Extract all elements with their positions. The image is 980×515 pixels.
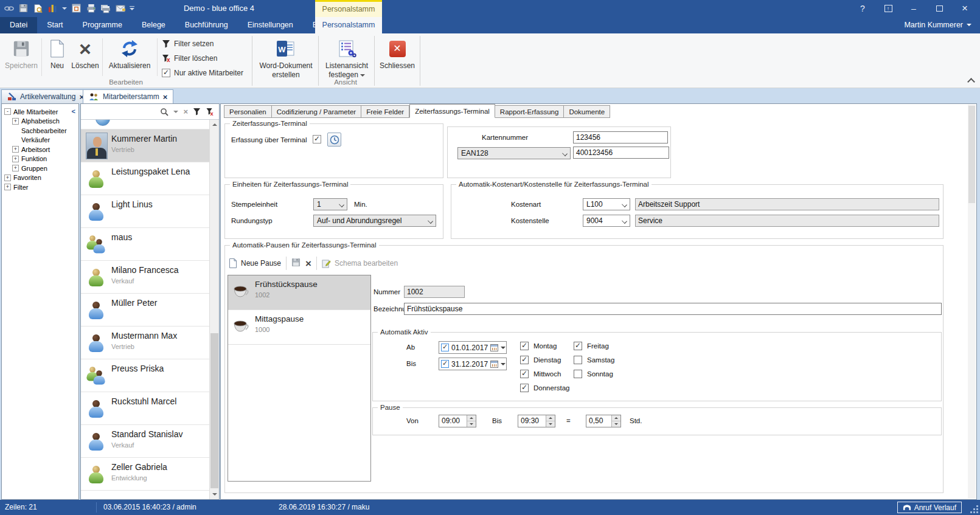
help-button[interactable]: ? xyxy=(850,0,875,17)
new-pause-button[interactable]: Neue Pause xyxy=(229,258,281,268)
delete-button[interactable]: × Löschen xyxy=(69,36,101,71)
tab-freie-felder[interactable]: Freie Felder xyxy=(361,105,409,118)
save-pause-button[interactable] xyxy=(291,258,301,269)
pause-list-item[interactable]: Mittagspause 1000 xyxy=(228,310,370,345)
call-history-button[interactable]: Anruf Verlauf xyxy=(897,502,962,513)
user-menu[interactable]: Martin Kummerer xyxy=(904,17,971,33)
cost-center-combo[interactable]: 9004 xyxy=(583,215,630,227)
ribbon-collapse-icon[interactable] xyxy=(968,78,974,83)
edit-schema-button[interactable]: Schema bearbeiten xyxy=(322,259,398,268)
new-button[interactable]: Neu xyxy=(45,36,69,71)
calendar-icon[interactable] xyxy=(71,3,82,13)
clipped-list-item[interactable] xyxy=(81,120,209,130)
chevron-down-icon[interactable] xyxy=(501,347,506,351)
menu-einstellungen[interactable]: Einstellungen xyxy=(238,17,303,33)
qat-customize-icon[interactable] xyxy=(130,6,134,11)
tree-item-alle-mitarbeiter[interactable]: - Alle Mitarbeiter < xyxy=(2,107,78,117)
refresh-button[interactable]: Aktualisieren xyxy=(105,36,155,71)
batch-print-icon[interactable] xyxy=(100,3,111,13)
list-view-button[interactable]: Listenansicht festlegen xyxy=(321,36,373,80)
tab-mitarbeiterstamm[interactable]: Mitarbeiterstamm × xyxy=(83,89,173,103)
pause-number-field[interactable]: 1002 xyxy=(404,286,465,298)
card-number-field[interactable]: 123456 xyxy=(573,131,668,143)
list-item-employee[interactable]: Light Linus xyxy=(81,195,209,228)
mail-icon[interactable] xyxy=(115,3,125,13)
menu-buchfuehrung[interactable]: Buchführung xyxy=(175,17,238,33)
close-tab-icon[interactable]: × xyxy=(163,92,168,102)
cost-center-desc-field[interactable]: Service xyxy=(635,215,939,227)
save-button[interactable]: Speichern xyxy=(4,36,39,71)
tab-zeiterfassungs-terminal[interactable]: Zeiterfassungs-Terminal xyxy=(409,104,495,118)
list-item-employee[interactable]: Standard Stanislav Verkauf xyxy=(81,425,209,458)
collapse-panel-icon[interactable]: < xyxy=(72,108,75,115)
rounding-combo[interactable]: Auf- und Abrundungsregel xyxy=(313,215,436,227)
search-dropdown-icon[interactable] xyxy=(173,111,178,116)
checkbox-icon[interactable] xyxy=(441,344,449,351)
list-item-employee[interactable]: Zeller Gabriela Entwicklung xyxy=(81,458,209,491)
filter-clear-button[interactable]: x Filter löschen xyxy=(162,53,217,63)
scrollbar-thumb[interactable] xyxy=(968,106,975,203)
tree-item-arbeitsort[interactable]: + Arbeitsort xyxy=(2,145,78,154)
delete-pause-button[interactable]: × xyxy=(305,259,311,268)
list-item-employee[interactable]: maus xyxy=(81,228,209,261)
weekday-checkbox-montag[interactable] xyxy=(520,342,529,350)
date-from-picker[interactable]: 01.01.2017 xyxy=(439,341,507,354)
cost-type-desc-field[interactable]: Arbeitszeit Support xyxy=(635,198,939,210)
chart-dropdown-icon[interactable] xyxy=(62,6,67,11)
list-scrollbar[interactable] xyxy=(209,120,219,499)
card-code-field[interactable]: 400123456 xyxy=(573,147,669,159)
clear-search-icon[interactable]: × xyxy=(183,108,188,116)
list-item-employee[interactable]: Müller Peter xyxy=(81,294,209,327)
list-item-employee[interactable]: Ruckstuhl Marcel xyxy=(81,392,209,425)
spin-down-icon[interactable] xyxy=(467,421,476,427)
weekday-checkbox-mittwoch[interactable] xyxy=(520,370,529,378)
scroll-down-icon[interactable] xyxy=(210,489,219,499)
tree-item-filter[interactable]: + Filter xyxy=(2,182,78,192)
filter-set-button[interactable]: Filter setzen xyxy=(162,38,214,49)
tab-artikelverwaltung[interactable]: Artikelverwaltung × xyxy=(1,89,90,103)
terminal-checkbox[interactable] xyxy=(313,135,321,143)
card-code-type-combo[interactable]: EAN128 xyxy=(457,147,571,159)
expander-icon[interactable]: + xyxy=(12,165,19,171)
pause-list-item[interactable]: Frühstückspause 1002 xyxy=(228,275,370,310)
weekday-checkbox-freitag[interactable] xyxy=(574,342,582,350)
list-item-employee[interactable]: Kummerer Martin Vertrieb xyxy=(81,130,209,162)
tree-item-funktion[interactable]: + Funktion xyxy=(2,154,78,164)
clock-button[interactable] xyxy=(327,133,341,147)
tab-personalien[interactable]: Personalien xyxy=(224,105,272,118)
menu-start[interactable]: Start xyxy=(37,17,72,33)
tree-item-gruppen[interactable]: + Gruppen xyxy=(2,164,78,173)
link-icon[interactable] xyxy=(4,3,14,13)
menu-belege[interactable]: Belege xyxy=(132,17,175,33)
pause-from-spinner[interactable]: 09:00 xyxy=(439,415,476,427)
funnel-clear-icon[interactable]: x xyxy=(206,108,214,116)
spin-down-icon[interactable] xyxy=(612,421,620,427)
minimize-button[interactable]: – xyxy=(901,0,926,17)
close-button[interactable]: × xyxy=(952,0,978,17)
tree-item-sachbearbeiter[interactable]: Sachbearbeiter xyxy=(2,126,78,136)
pause-hours-spinner[interactable]: 0,50 xyxy=(586,415,621,427)
tree-item-alphabetisch[interactable]: + Alphabetisch xyxy=(2,117,78,126)
menu-programme[interactable]: Programme xyxy=(73,17,132,33)
weekday-checkbox-samstag[interactable] xyxy=(574,356,582,364)
spin-up-icon[interactable] xyxy=(546,415,555,421)
scroll-up-icon[interactable] xyxy=(210,120,219,130)
cost-type-combo[interactable]: L100 xyxy=(583,198,630,210)
list-item-employee[interactable]: Preuss Priska xyxy=(81,359,209,392)
menu-personalstamm-active[interactable]: Personalstamm xyxy=(315,17,382,33)
word-document-button[interactable]: W Word-Dokument erstellen xyxy=(255,36,316,80)
expander-icon[interactable]: - xyxy=(4,108,11,115)
tab-dokumente[interactable]: Dokumente xyxy=(564,105,610,118)
tab-codifizierung[interactable]: Codifizierung / Parameter xyxy=(272,105,361,118)
pause-name-field[interactable]: Frühstückspause xyxy=(404,303,942,315)
only-active-checkbox[interactable]: Nur aktive Mitarbeiter xyxy=(162,67,243,78)
checkbox-icon[interactable] xyxy=(441,360,449,368)
chevron-down-icon[interactable] xyxy=(501,363,506,368)
expander-icon[interactable]: + xyxy=(12,156,19,162)
stamp-unit-combo[interactable]: 1 xyxy=(313,198,347,210)
pinned-module-tab[interactable]: Personalstamm xyxy=(315,0,382,17)
list-item-employee[interactable]: Mustermann Max Vertrieb xyxy=(81,327,209,359)
spin-down-icon[interactable] xyxy=(546,421,555,427)
list-item-employee[interactable]: Leistungspaket Lena xyxy=(81,162,209,195)
menu-datei[interactable]: Datei xyxy=(0,17,37,33)
